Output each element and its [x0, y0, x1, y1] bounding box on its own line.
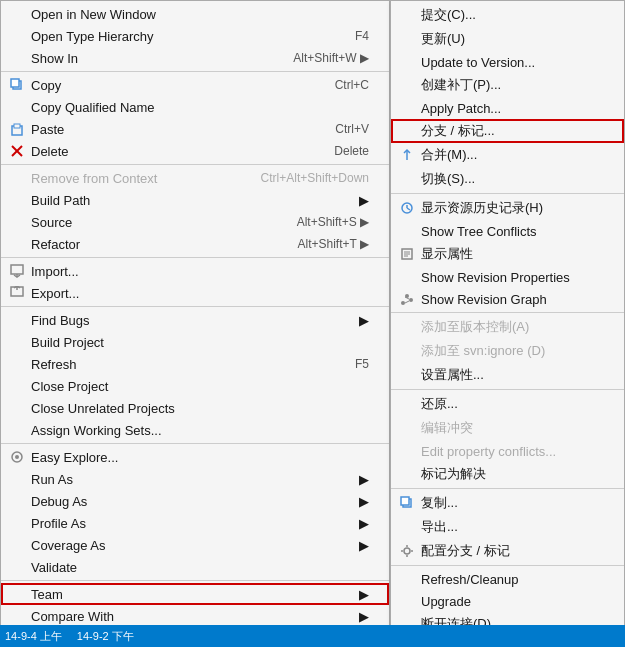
- right-menu-item-export[interactable]: 导出...: [391, 515, 624, 539]
- menu-item-close-unrelated-projects[interactable]: Close Unrelated Projects: [1, 397, 389, 419]
- menu-label: 配置分支 / 标记: [421, 542, 510, 560]
- menu-label: 添加至版本控制(A): [421, 318, 529, 336]
- menu-item-paste[interactable]: Paste Ctrl+V: [1, 118, 389, 140]
- arrow-icon: ▶: [349, 193, 369, 208]
- menu-label: Show Revision Properties: [421, 270, 570, 285]
- right-menu-item-show-tree-conflicts[interactable]: Show Tree Conflicts: [391, 220, 624, 242]
- separator: [391, 193, 624, 194]
- menu-label: Assign Working Sets...: [31, 423, 162, 438]
- menu-label: Remove from Context: [31, 171, 157, 186]
- menu-label: Open Type Hierarchy: [31, 29, 154, 44]
- right-menu-item-show-revision-properties[interactable]: Show Revision Properties: [391, 266, 624, 288]
- menu-item-source[interactable]: Source Alt+Shift+S ▶: [1, 211, 389, 233]
- menu-item-profile-as[interactable]: Profile As ▶: [1, 512, 389, 534]
- menu-item-debug-as[interactable]: Debug As ▶: [1, 490, 389, 512]
- menu-item-delete[interactable]: Delete Delete: [1, 140, 389, 162]
- menu-item-coverage-as[interactable]: Coverage As ▶: [1, 534, 389, 556]
- right-menu-item-apply-patch[interactable]: Apply Patch...: [391, 97, 624, 119]
- menu-item-easy-explore[interactable]: Easy Explore...: [1, 446, 389, 468]
- menu-item-open-new-window[interactable]: Open in New Window: [1, 3, 389, 25]
- right-menu-item-update[interactable]: 更新(U): [391, 27, 624, 51]
- menu-item-find-bugs[interactable]: Find Bugs ▶: [1, 309, 389, 331]
- merge-icon: [399, 147, 415, 163]
- menu-item-export[interactable]: Export...: [1, 282, 389, 304]
- copy-icon: [9, 77, 25, 93]
- right-menu-item-show-revision-graph[interactable]: Show Revision Graph: [391, 288, 624, 310]
- menu-label: Export...: [31, 286, 79, 301]
- menu-label: Run As: [31, 472, 73, 487]
- right-menu-item-upgrade[interactable]: Upgrade: [391, 590, 624, 612]
- right-menu-item-mark-resolved[interactable]: 标记为解决: [391, 462, 624, 486]
- menu-label: Open in New Window: [31, 7, 156, 22]
- menu-item-build-path[interactable]: Build Path ▶: [1, 189, 389, 211]
- properties-icon: [399, 246, 415, 262]
- right-menu-item-create-patch[interactable]: 创建补丁(P)...: [391, 73, 624, 97]
- right-menu-item-show-properties[interactable]: 显示属性: [391, 242, 624, 266]
- menu-item-open-type-hierarchy[interactable]: Open Type Hierarchy F4: [1, 25, 389, 47]
- right-menu-item-edit-conflicts[interactable]: 编辑冲突: [391, 416, 624, 440]
- right-menu-item-submit[interactable]: 提交(C)...: [391, 3, 624, 27]
- menu-label: Show Tree Conflicts: [421, 224, 537, 239]
- menu-item-copy-qualified-name[interactable]: Copy Qualified Name: [1, 96, 389, 118]
- menu-item-close-project[interactable]: Close Project: [1, 375, 389, 397]
- menu-shortcut: Ctrl+V: [305, 122, 369, 136]
- menu-shortcut: Alt+Shift+S ▶: [267, 215, 369, 229]
- menu-label: Copy Qualified Name: [31, 100, 155, 115]
- right-menu-item-copy[interactable]: 复制...: [391, 491, 624, 515]
- right-menu-item-switch[interactable]: 切换(S)...: [391, 167, 624, 191]
- menu-item-team[interactable]: Team ▶: [1, 583, 389, 605]
- menu-item-show-in[interactable]: Show In Alt+Shift+W ▶: [1, 47, 389, 69]
- menu-label: Show In: [31, 51, 78, 66]
- import-icon: [9, 263, 25, 279]
- menu-label: Coverage As: [31, 538, 105, 553]
- right-menu-item-add-to-version-control[interactable]: 添加至版本控制(A): [391, 315, 624, 339]
- menu-label: Build Project: [31, 335, 104, 350]
- menu-shortcut: Delete: [304, 144, 369, 158]
- menu-label: 提交(C)...: [421, 6, 476, 24]
- menu-item-import[interactable]: Import...: [1, 260, 389, 282]
- menu-item-copy[interactable]: Copy Ctrl+C: [1, 74, 389, 96]
- menu-label: Find Bugs: [31, 313, 90, 328]
- right-menu-item-revert[interactable]: 还原...: [391, 392, 624, 416]
- menu-item-run-as[interactable]: Run As ▶: [1, 468, 389, 490]
- config-icon: [399, 543, 415, 559]
- menu-item-compare-with[interactable]: Compare With ▶: [1, 605, 389, 627]
- menu-item-refresh[interactable]: Refresh F5: [1, 353, 389, 375]
- arrow-icon: ▶: [349, 587, 369, 602]
- menu-label: 编辑冲突: [421, 419, 473, 437]
- menu-item-assign-working-sets[interactable]: Assign Working Sets...: [1, 419, 389, 441]
- right-menu-item-add-to-svnignore[interactable]: 添加至 svn:ignore (D): [391, 339, 624, 363]
- separator: [1, 443, 389, 444]
- menu-item-validate[interactable]: Validate: [1, 556, 389, 578]
- right-menu-item-show-resource-history[interactable]: 显示资源历史记录(H): [391, 196, 624, 220]
- right-menu-item-edit-property-conflicts[interactable]: Edit property conflicts...: [391, 440, 624, 462]
- status-extra-info: 14-9-2 下午: [77, 629, 134, 644]
- arrow-icon: ▶: [349, 313, 369, 328]
- status-bar: 14-9-4 上午 14-9-2 下午: [0, 625, 625, 647]
- export-icon: [9, 285, 25, 301]
- arrow-icon: ▶: [349, 472, 369, 487]
- right-menu-item-branch-tag[interactable]: 分支 / 标记...: [391, 119, 624, 143]
- right-menu-item-merge[interactable]: 合并(M)...: [391, 143, 624, 167]
- menu-label: Debug As: [31, 494, 87, 509]
- svg-line-15: [407, 208, 410, 210]
- right-menu-item-update-to-version[interactable]: Update to Version...: [391, 51, 624, 73]
- menu-item-build-project[interactable]: Build Project: [1, 331, 389, 353]
- menu-label: Apply Patch...: [421, 101, 501, 116]
- menu-shortcut: F4: [325, 29, 369, 43]
- menu-label: Close Unrelated Projects: [31, 401, 175, 416]
- menu-item-refactor[interactable]: Refactor Alt+Shift+T ▶: [1, 233, 389, 255]
- menu-label: Show Revision Graph: [421, 292, 547, 307]
- menu-label: Delete: [31, 144, 69, 159]
- history-icon: [399, 200, 415, 216]
- menu-label: Validate: [31, 560, 77, 575]
- menu-label: Refresh: [31, 357, 77, 372]
- easy-explore-icon: [9, 449, 25, 465]
- menu-item-remove-from-context[interactable]: Remove from Context Ctrl+Alt+Shift+Down: [1, 167, 389, 189]
- right-menu-item-set-properties[interactable]: 设置属性...: [391, 363, 624, 387]
- menu-shortcut: Alt+Shift+T ▶: [268, 237, 369, 251]
- menu-label: Team: [31, 587, 63, 602]
- right-menu-item-configure-branch-tag[interactable]: 配置分支 / 标记: [391, 539, 624, 563]
- right-menu-item-refresh-cleanup[interactable]: Refresh/Cleanup: [391, 568, 624, 590]
- menu-label: Refactor: [31, 237, 80, 252]
